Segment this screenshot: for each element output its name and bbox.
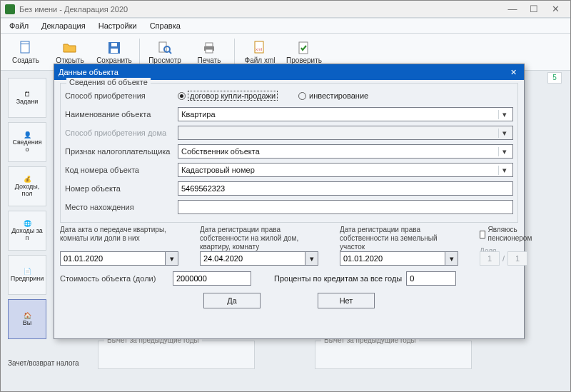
label-acquisition-method: Способ приобретения <box>65 91 173 100</box>
chevron-down-icon[interactable]: ▾ <box>166 251 178 266</box>
menu-help[interactable]: Справка <box>144 20 186 31</box>
dialog-title: Данные объекта <box>59 68 507 76</box>
radio-investment[interactable]: инвестирование <box>298 91 368 100</box>
label-code-type: Код номера объекта <box>65 166 173 174</box>
save-icon <box>106 40 122 56</box>
xml-file-icon: xml <box>252 40 268 56</box>
button-no[interactable]: Нет <box>318 293 375 308</box>
chevron-down-icon: ▾ <box>498 129 510 138</box>
label-interest: Проценты по кредитам за все годы <box>274 274 402 283</box>
object-info-group: Сведения об объекте Способ приобретения … <box>60 83 518 223</box>
date-act-picker[interactable]: ▾ <box>60 251 178 266</box>
input-cost[interactable] <box>173 271 251 286</box>
input-object-number[interactable] <box>178 181 513 196</box>
svg-rect-10 <box>206 49 213 53</box>
bottom-tab-label: Зачет/возврат налога <box>8 359 79 367</box>
dialog-close-button[interactable]: ✕ <box>507 68 520 77</box>
check-icon <box>296 40 312 56</box>
label-date-reg-house: Дата регистрации права собственности на … <box>200 226 318 251</box>
radio-dot-icon <box>298 92 306 100</box>
nav-income-rf[interactable]: 💰Доходы, пол <box>8 166 46 206</box>
label-date-reg-land: Дата регистрации права собственности на … <box>340 226 458 251</box>
chevron-down-icon[interactable]: ▾ <box>305 251 318 266</box>
checkbox-icon <box>480 231 485 238</box>
svg-rect-4 <box>111 43 117 46</box>
checkbox-pensioner[interactable]: Являюсь пенсионером <box>480 226 535 243</box>
label-date-act: Дата акта о передаче квартиры, комнаты и… <box>60 226 178 251</box>
svg-rect-13 <box>299 42 308 54</box>
titlebar: Без имени - Декларация 2020 ― ☐ ✕ <box>1 1 570 18</box>
app-logo-icon <box>5 4 15 14</box>
radio-contract[interactable]: договор купли-продажи <box>178 91 277 100</box>
menu-file[interactable]: Файл <box>4 20 34 31</box>
svg-rect-0 <box>21 41 29 53</box>
svg-rect-3 <box>111 49 118 53</box>
preview-icon <box>157 40 173 56</box>
menu-settings[interactable]: Настройки <box>93 20 143 31</box>
label-object-name: Наименование объекта <box>65 110 173 119</box>
nav-entrepreneur[interactable]: 📄Предприни <box>8 255 46 295</box>
print-icon <box>201 40 217 56</box>
tool-create[interactable]: Создать <box>5 36 46 69</box>
button-yes[interactable]: Да <box>203 293 261 308</box>
date-reg-house-picker[interactable]: ▾ <box>200 251 318 266</box>
new-file-icon <box>18 40 34 56</box>
menu-declaration[interactable]: Декларация <box>36 20 91 31</box>
share-denominator <box>507 251 527 266</box>
page-count-badge: 5 <box>547 72 562 84</box>
input-location[interactable] <box>178 200 513 214</box>
svg-rect-9 <box>206 43 213 46</box>
toolbar-separator <box>139 39 140 66</box>
app-window: Без имени - Декларация 2020 ― ☐ ✕ Файл Д… <box>0 0 571 392</box>
close-button[interactable]: ✕ <box>545 2 566 16</box>
combo-object-name[interactable]: Квартира▾ <box>178 107 513 121</box>
group-label: Сведения об объекте <box>66 78 151 86</box>
prev-years-deduction-group-1: Вычет за предыдущие годы <box>98 341 255 369</box>
left-nav: 🗒Задани 👤Сведения о 💰Доходы, пол 🌐Доходы… <box>8 78 51 343</box>
object-data-dialog: Данные объекта ✕ Сведения об объекте Спо… <box>54 64 525 339</box>
toolbar-separator <box>234 39 235 66</box>
nav-personal[interactable]: 👤Сведения о <box>8 122 46 162</box>
label-object-number: Номер объекта <box>65 184 173 193</box>
svg-line-7 <box>169 51 171 54</box>
nav-income-abroad[interactable]: 🌐Доходы за п <box>8 211 46 251</box>
chevron-down-icon: ▾ <box>498 110 510 119</box>
dates-row: Дата акта о передаче квартиры, комнаты и… <box>60 226 518 266</box>
prev-years-deduction-group-2: Вычет за предыдущие годы <box>315 341 472 369</box>
svg-rect-1 <box>21 44 29 44</box>
minimize-button[interactable]: ― <box>502 2 523 16</box>
chevron-down-icon: ▾ <box>498 147 510 156</box>
input-interest[interactable] <box>406 271 456 286</box>
share-numerator <box>480 251 500 266</box>
nav-deductions[interactable]: 🏠Вы <box>8 299 46 339</box>
combo-code-type[interactable]: Кадастровый номер▾ <box>178 163 513 177</box>
window-title: Без имени - Декларация 2020 <box>19 5 502 14</box>
nav-tasks[interactable]: 🗒Задани <box>8 78 46 118</box>
label-taxpayer-attr: Признак налогоплательщика <box>65 147 173 156</box>
cost-row: Стоимость объекта (доли) Проценты по кре… <box>60 270 518 287</box>
label-house-method: Способ приобретения дома <box>65 129 173 137</box>
dialog-buttons: Да Нет <box>54 293 524 308</box>
radio-dot-icon <box>178 92 186 100</box>
maximize-button[interactable]: ☐ <box>523 2 545 16</box>
svg-text:xml: xml <box>256 47 262 51</box>
chevron-down-icon: ▾ <box>498 166 510 175</box>
date-reg-land-picker[interactable]: ▾ <box>340 251 458 266</box>
label-location: Место нахождения <box>65 203 173 211</box>
label-cost: Стоимость объекта (доли) <box>60 274 168 283</box>
share-fraction: / <box>480 251 535 266</box>
chevron-down-icon[interactable]: ▾ <box>445 251 458 266</box>
combo-house-method: ▾ <box>178 126 513 140</box>
combo-taxpayer-attr[interactable]: Собственник объекта▾ <box>178 144 513 159</box>
menubar: Файл Декларация Настройки Справка <box>1 18 570 34</box>
open-folder-icon <box>62 40 78 56</box>
